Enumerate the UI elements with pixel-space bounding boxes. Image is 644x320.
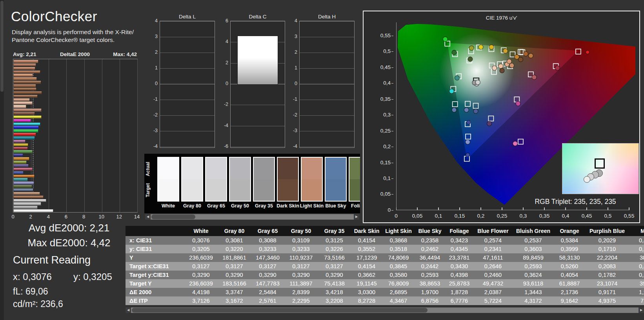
cie-x-tick-label: 0,2 [477, 213, 485, 219]
x-axis-tick-label: 6 [65, 214, 67, 220]
table-cell: 0,4 [629, 262, 644, 271]
table-cell: 0,5384 [554, 236, 585, 245]
cie-1976-chart-panel: CIE 1976 u'v' RGB Triplet: 235, 235, 235… [363, 11, 640, 223]
cie-y-tick-label: 0,25 [369, 128, 393, 134]
table-cell: 0,3127 [184, 262, 218, 271]
page-title: ColorChecker [11, 9, 97, 24]
measured-point [467, 120, 471, 124]
swatch-target [206, 179, 226, 201]
measured-point [452, 50, 457, 55]
de-bar [13, 98, 30, 102]
table-cell: 76,8009 [382, 279, 415, 288]
table-cell: 0,2462 [415, 245, 445, 253]
swatch-actual [254, 158, 274, 179]
cie-x-tick-label: 0,15 [455, 213, 465, 219]
table-cell: 5,7224 [473, 296, 513, 305]
swatch-actual [230, 158, 250, 179]
de-bar [13, 205, 38, 209]
gridline [160, 115, 215, 116]
x-axis-tick-label: 4 [47, 214, 50, 220]
table-cell: 2,1736 [554, 288, 585, 296]
scroll-left-button[interactable]: ◀ [145, 214, 151, 220]
swatch-gray-50 [229, 157, 251, 202]
table-row-label: Y [126, 253, 184, 262]
gridline [300, 115, 354, 116]
table-row: Target y:CIE310,32900,32900,32900,32900,… [126, 271, 644, 279]
y-axis-tick-label: -3 [288, 128, 297, 133]
y-axis-tick-label: 3 [288, 34, 297, 39]
scroll-right-button[interactable]: ▶ [639, 307, 644, 313]
current-y-value: y: 0,3205 [73, 271, 112, 282]
cie-y-tick-label: 0,1 [369, 175, 393, 181]
table-header-row: WhiteGray 80Gray 65Gray 50Gray 35Dark Sk… [126, 226, 644, 236]
de-bar [13, 87, 36, 91]
table-cell: 0,3430 [445, 262, 473, 271]
vertical-scrollbar-thumb[interactable] [0, 1, 4, 92]
table-cell: 2,0387 [473, 288, 513, 296]
de-bar [13, 95, 38, 98]
de-bar [13, 181, 34, 185]
y-axis-tick-label: -1 [148, 96, 158, 102]
cie-x-tick-label: 0,3 [520, 213, 527, 219]
y-axis-tick-label: 0 [219, 81, 228, 86]
cie-y-tick-label: 0,15 [369, 160, 393, 165]
table-cell: 49,4732 [473, 279, 513, 288]
de-bar [13, 77, 37, 80]
table-cell: 2,5484 [251, 288, 284, 296]
table-cell: 22,2204 [585, 253, 629, 262]
table-row: ΔE 20004,41983,37472,54842,83993,42183,0… [126, 288, 644, 296]
table-cell: 3,4218 [318, 288, 351, 296]
y-axis-tick-label: 1 [148, 65, 158, 71]
measured-point [449, 89, 454, 94]
gridline [231, 147, 285, 147]
table-cell: 36,4494 [415, 253, 445, 262]
de-bar [13, 73, 33, 77]
measured-point [498, 64, 503, 69]
table-cell: 0,3580 [382, 271, 415, 279]
gridline [137, 59, 138, 212]
measured-point [586, 51, 589, 54]
y-axis-tick-label: -2 [219, 102, 228, 107]
measured-point [466, 140, 470, 144]
y-axis-tick-label: -6 [219, 144, 228, 149]
vertical-scrollbar[interactable] [0, 0, 4, 320]
table-row-label: Target x:CIE31 [126, 262, 184, 271]
de-bar [13, 133, 36, 136]
swatch-light-skin [301, 157, 323, 202]
swatch-dark-skin [277, 157, 299, 202]
measured-point [469, 46, 474, 51]
swatch-actual [182, 158, 202, 179]
table-cell: 6,7776 [445, 296, 473, 305]
swatch-actual [326, 158, 346, 179]
measured-point [555, 65, 560, 70]
table-cell: 0,3081 [218, 236, 251, 245]
table-row-label: Target y:CIE31 [126, 271, 184, 279]
table-cell: 2,8399 [284, 288, 318, 296]
scroll-right-button[interactable]: ▶ [354, 214, 359, 220]
gridline [160, 131, 215, 131]
gridline [300, 68, 354, 69]
swatch-blue-sky [325, 157, 347, 202]
table-cell: 0,3 [629, 245, 644, 253]
measured-point [487, 121, 492, 126]
table-cell: 0,3868 [382, 236, 415, 245]
table-cell: 0,3662 [351, 271, 382, 279]
table-cell: 0,3233 [284, 245, 318, 253]
table-cell: 93,6118 [513, 279, 554, 288]
inset-measured-circle [584, 176, 590, 183]
y-axis-tick-label: -3 [148, 128, 158, 133]
table-cell: 17,1239 [351, 253, 382, 262]
delta-c-chart: 6420-2-4-6 [230, 21, 285, 148]
cie-x-tick-label: 0,25 [497, 213, 507, 219]
table-cell: 3,2208 [318, 296, 351, 305]
table-scrollbar[interactable]: ◀▶ [126, 307, 644, 313]
swatch-strip-scrollbar[interactable]: ◀▶ [145, 214, 359, 220]
scroll-thumb[interactable] [151, 215, 195, 219]
table-cell: 4,4198 [184, 288, 218, 296]
x-axis-tick-label: 12 [116, 214, 122, 220]
scroll-thumb[interactable] [132, 308, 428, 313]
delta-h-chart: 43210-1-2-3-4 [299, 21, 355, 148]
delta-c-title: Delta C [230, 14, 285, 20]
scroll-left-button[interactable]: ◀ [126, 307, 131, 313]
swatch-actual [206, 158, 226, 179]
